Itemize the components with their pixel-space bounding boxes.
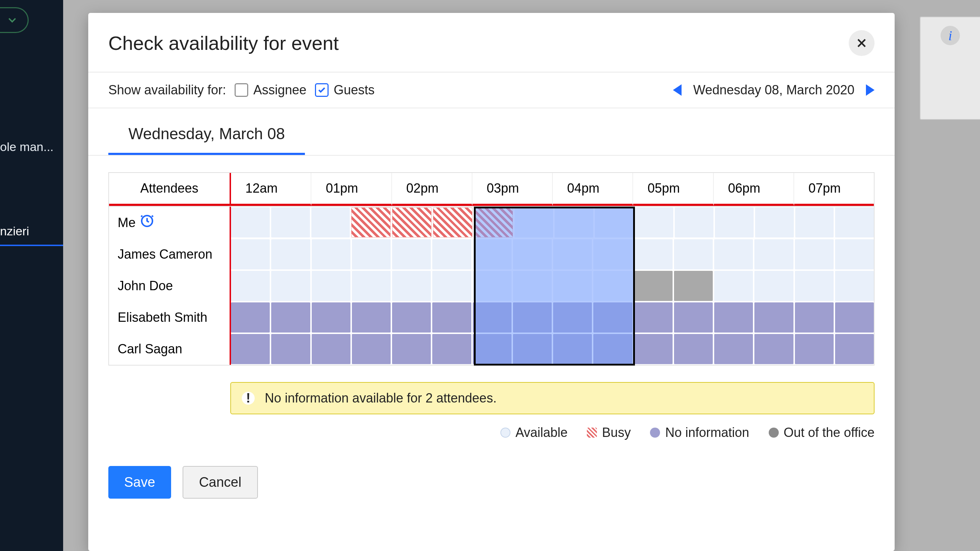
time-slot[interactable] <box>595 207 633 237</box>
slot-row[interactable] <box>231 270 874 302</box>
time-slot[interactable] <box>392 303 431 333</box>
time-slot[interactable] <box>433 207 473 237</box>
slot-row[interactable] <box>231 333 874 365</box>
sidebar-item-2[interactable]: nzieri <box>0 218 63 246</box>
sidebar-item-1[interactable]: ole man... <box>0 134 63 160</box>
time-slot[interactable] <box>555 207 593 237</box>
time-slot[interactable] <box>593 334 632 364</box>
cancel-button[interactable]: Cancel <box>183 466 258 498</box>
time-slot[interactable] <box>432 303 471 333</box>
time-slot[interactable] <box>432 239 471 269</box>
time-slot[interactable] <box>513 303 552 333</box>
time-slot[interactable] <box>473 303 512 333</box>
time-slot[interactable] <box>392 239 431 269</box>
time-slot[interactable] <box>835 271 874 301</box>
time-slot[interactable] <box>271 303 310 333</box>
time-slot[interactable] <box>835 239 874 269</box>
time-slot[interactable] <box>271 207 310 237</box>
time-slot[interactable] <box>553 303 592 333</box>
time-slot[interactable] <box>835 303 874 333</box>
time-slot[interactable] <box>634 334 673 364</box>
time-slot[interactable] <box>553 239 592 269</box>
calendar-body[interactable]: MeJames CameronJohn DoeElisabeth SmithCa… <box>108 207 875 366</box>
slot-row[interactable] <box>231 207 874 239</box>
time-slot[interactable] <box>473 239 512 269</box>
time-slot[interactable] <box>674 239 713 269</box>
time-slot[interactable] <box>553 271 592 301</box>
time-slot[interactable] <box>513 271 552 301</box>
time-slot[interactable] <box>392 207 431 237</box>
time-slot[interactable] <box>674 271 713 301</box>
time-slot[interactable] <box>351 207 391 237</box>
time-slot[interactable] <box>593 303 632 333</box>
time-slot[interactable] <box>513 239 552 269</box>
time-slot[interactable] <box>231 239 270 269</box>
time-slot[interactable] <box>432 271 471 301</box>
time-slot[interactable] <box>754 239 793 269</box>
time-slot[interactable] <box>352 303 391 333</box>
date-prev-button[interactable] <box>673 84 682 96</box>
time-slot[interactable] <box>714 239 753 269</box>
time-slot[interactable] <box>513 334 552 364</box>
time-slot[interactable] <box>634 303 673 333</box>
time-slot[interactable] <box>392 334 431 364</box>
time-slot[interactable] <box>312 239 350 269</box>
time-slot[interactable] <box>754 303 793 333</box>
time-slot[interactable] <box>715 207 754 237</box>
time-slot[interactable] <box>795 334 834 364</box>
working-hours-icon[interactable] <box>140 214 154 231</box>
time-slot[interactable] <box>714 334 753 364</box>
time-slot[interactable] <box>593 271 632 301</box>
calendar-row: Carl Sagan <box>109 333 874 365</box>
date-next-button[interactable] <box>866 84 875 96</box>
time-slot[interactable] <box>271 334 310 364</box>
time-slot[interactable] <box>231 303 270 333</box>
time-slot[interactable] <box>714 271 753 301</box>
time-slot[interactable] <box>593 239 632 269</box>
time-slot[interactable] <box>674 334 713 364</box>
time-slot[interactable] <box>352 239 391 269</box>
time-slot[interactable] <box>352 334 391 364</box>
time-slot[interactable] <box>754 271 793 301</box>
save-button[interactable]: Save <box>108 466 171 498</box>
time-slot[interactable] <box>795 271 834 301</box>
time-slot[interactable] <box>755 207 794 237</box>
close-button[interactable] <box>849 30 875 56</box>
time-slot[interactable] <box>231 334 270 364</box>
time-slot[interactable] <box>473 334 512 364</box>
time-slot[interactable] <box>754 334 793 364</box>
time-slot[interactable] <box>271 239 310 269</box>
time-slot[interactable] <box>312 334 350 364</box>
time-slot[interactable] <box>835 207 874 237</box>
time-slot[interactable] <box>795 303 834 333</box>
slot-row[interactable] <box>231 239 874 270</box>
time-slot[interactable] <box>432 334 471 364</box>
time-slot[interactable] <box>635 207 674 237</box>
hour-header: 04pm <box>553 173 633 206</box>
time-slot[interactable] <box>231 207 270 237</box>
time-slot[interactable] <box>795 207 834 237</box>
guests-checkbox[interactable] <box>315 83 329 97</box>
time-slot[interactable] <box>795 239 834 269</box>
day-tab-active[interactable]: Wednesday, March 08 <box>108 117 305 155</box>
time-slot[interactable] <box>311 207 350 237</box>
time-slot[interactable] <box>271 271 310 301</box>
time-slot[interactable] <box>312 303 350 333</box>
time-slot[interactable] <box>675 207 713 237</box>
sidebar-dropdown-toggle[interactable] <box>0 7 29 33</box>
time-slot[interactable] <box>514 207 553 237</box>
time-slot[interactable] <box>392 271 431 301</box>
time-slot[interactable] <box>553 334 592 364</box>
time-slot[interactable] <box>312 271 350 301</box>
time-slot[interactable] <box>231 271 270 301</box>
slot-row[interactable] <box>231 302 874 333</box>
assignee-checkbox[interactable] <box>235 83 248 97</box>
time-slot[interactable] <box>474 207 513 237</box>
time-slot[interactable] <box>714 303 753 333</box>
time-slot[interactable] <box>473 271 512 301</box>
time-slot[interactable] <box>634 271 673 301</box>
time-slot[interactable] <box>835 334 874 364</box>
time-slot[interactable] <box>352 271 391 301</box>
time-slot[interactable] <box>634 239 673 269</box>
time-slot[interactable] <box>674 303 713 333</box>
